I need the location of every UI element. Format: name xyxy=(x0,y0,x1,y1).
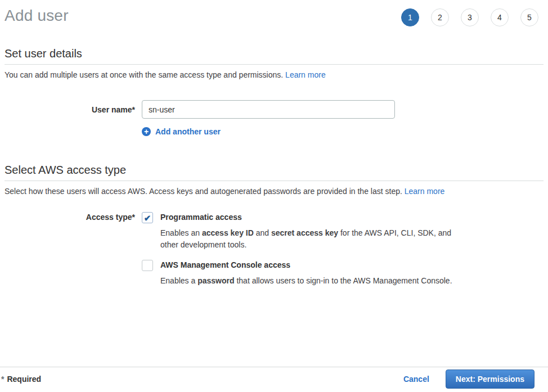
programmatic-access-description: Enables an access key ID and secret acce… xyxy=(160,227,467,251)
option-console-access: AWS Management Console access Enables a … xyxy=(142,259,467,287)
checkmark-icon: ✔ xyxy=(144,214,151,222)
add-user-wizard: Add user 1 2 3 4 5 Set user details You … xyxy=(0,0,548,392)
user-details-description-text: You can add multiple users at once with … xyxy=(5,70,285,79)
option-programmatic-access: ✔ Programmatic access Enables an access … xyxy=(142,211,467,251)
access-type-description: Select how these users will access AWS. … xyxy=(5,187,543,196)
console-access-description: Enables a password that allows users to … xyxy=(160,275,452,287)
user-details-description: You can add multiple users at once with … xyxy=(5,70,543,80)
footer-actions: Cancel Next: Permissions xyxy=(403,370,534,389)
cancel-button[interactable]: Cancel xyxy=(403,375,429,384)
section-access-type: Select AWS access type Select how these … xyxy=(5,164,543,287)
step-2: 2 xyxy=(431,8,449,26)
access-type-label: Access type* xyxy=(5,211,142,223)
step-3: 3 xyxy=(461,8,479,26)
required-label: Required xyxy=(7,375,41,384)
console-access-checkbox[interactable] xyxy=(142,260,153,271)
access-type-description-text: Select how these users will access AWS. … xyxy=(5,187,405,196)
next-permissions-button[interactable]: Next: Permissions xyxy=(446,370,534,389)
programmatic-access-checkbox[interactable]: ✔ xyxy=(142,212,153,223)
required-note: *Required xyxy=(5,375,41,384)
divider xyxy=(5,64,543,65)
user-details-learn-more-link[interactable]: Learn more xyxy=(285,70,326,79)
user-details-heading: Set user details xyxy=(5,47,543,60)
step-4: 4 xyxy=(491,8,509,26)
step-5: 5 xyxy=(520,8,538,26)
console-access-title: AWS Management Console access xyxy=(160,259,452,271)
user-name-input[interactable] xyxy=(142,100,395,119)
plus-icon: + xyxy=(142,127,151,136)
add-another-user-label: Add another user xyxy=(155,127,221,136)
required-asterisk: * xyxy=(1,375,4,384)
access-type-heading: Select AWS access type xyxy=(5,164,543,177)
wizard-footer: *Required Cancel Next: Permissions xyxy=(0,367,548,392)
user-name-row: User name* xyxy=(5,100,543,119)
add-another-user-row: + Add another user xyxy=(5,119,543,136)
add-another-user-link[interactable]: + Add another user xyxy=(142,127,221,136)
section-user-details: Set user details You can add multiple us… xyxy=(5,47,543,136)
step-indicator: 1 2 3 4 5 xyxy=(389,8,538,26)
divider xyxy=(5,181,543,181)
user-name-label: User name* xyxy=(5,104,142,115)
programmatic-access-title: Programmatic access xyxy=(160,211,467,223)
access-type-learn-more-link[interactable]: Learn more xyxy=(405,187,445,196)
wizard-header: Add user 1 2 3 4 5 xyxy=(5,7,543,26)
access-type-row: Access type* ✔ Programmatic access Enabl… xyxy=(5,211,543,287)
step-1: 1 xyxy=(401,8,419,26)
page-title: Add user xyxy=(5,7,69,25)
